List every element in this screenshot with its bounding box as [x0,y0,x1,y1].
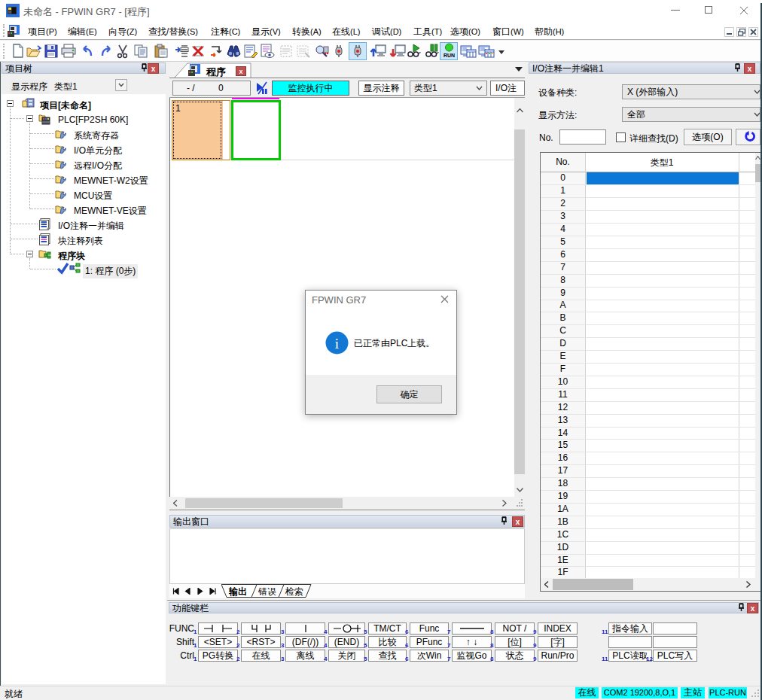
svg-text:RUN: RUN [443,53,455,58]
svg-text:i: i [335,336,339,352]
